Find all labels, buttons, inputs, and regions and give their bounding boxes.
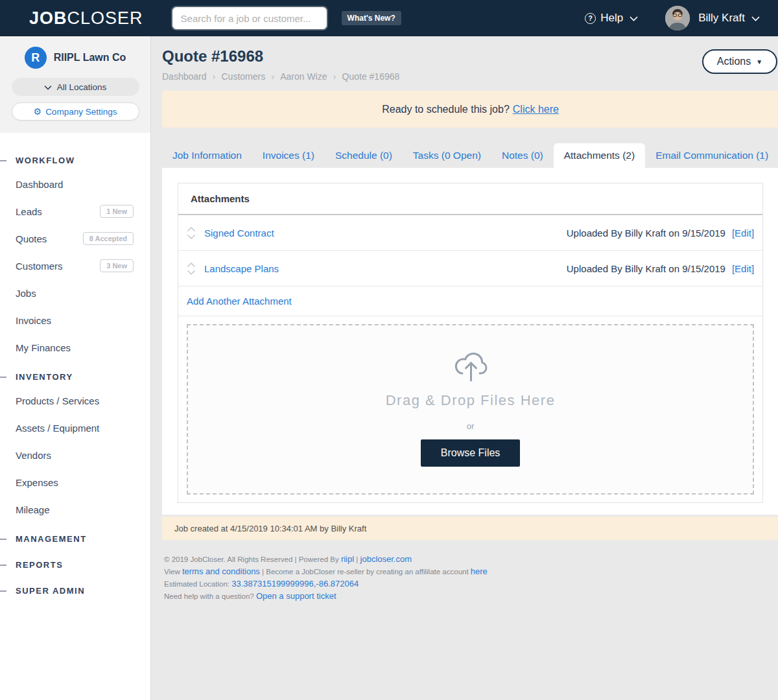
attachment-edit-link[interactable]: [Edit] [732, 228, 754, 239]
footer-link[interactable]: riipl [341, 554, 354, 564]
sidebar-item-badge: 8 Accepted [83, 232, 134, 245]
sidebar-item-vendors[interactable]: Vendors [0, 441, 150, 469]
attachment-name-link[interactable]: Landscape Plans [204, 263, 279, 274]
dash-icon [0, 565, 6, 566]
app-logo: JOBCLOSER [29, 8, 143, 29]
sidebar-item-invoices[interactable]: Invoices [0, 307, 150, 334]
page-footer: © 2019 JobCloser. All Rights Reserved | … [162, 554, 778, 601]
browse-files-button[interactable]: Browse Files [421, 439, 521, 467]
reorder-handle[interactable] [187, 226, 196, 240]
tab-schedule-0[interactable]: Schedule (0) [325, 143, 403, 168]
tab-bar: Job Information Invoices (1) Schedule (0… [162, 143, 778, 168]
footer-text: Need help with a question? [164, 592, 256, 600]
attachment-upload-meta: Uploaded By Billy Kraft on 9/15/2019 [567, 228, 725, 239]
sidebar-item-label: Mileage [16, 504, 50, 515]
dropzone-title: Drag & Drop Files Here [386, 392, 556, 409]
sidebar-item-label: Expenses [16, 477, 58, 488]
sidebar-item-quotes[interactable]: Quotes 8 Accepted [0, 225, 150, 252]
add-another-attachment-link[interactable]: Add Another Attachment [187, 296, 292, 307]
chevron-up-icon [187, 226, 196, 232]
page-header: Quote #16968 Dashboard › Customers › Aar… [162, 36, 778, 82]
footer-text: © 2019 JobCloser. All Rights Reserved | … [164, 555, 341, 563]
sidebar-item-jobs[interactable]: Jobs [0, 279, 150, 307]
breadcrumb-item[interactable]: Aaron Wize [280, 71, 327, 82]
attachment-name-link[interactable]: Signed Contract [204, 228, 274, 239]
breadcrumb: Dashboard › Customers › Aaron Wize › Quo… [162, 71, 778, 82]
sidebar-item-customers[interactable]: Customers 3 New [0, 252, 150, 279]
tab-notes-0[interactable]: Notes (0) [491, 143, 554, 168]
breadcrumb-item[interactable]: Dashboard [162, 71, 207, 82]
attachment-upload-meta: Uploaded By Billy Kraft on 9/15/2019 [567, 263, 725, 274]
tab-attachments-2[interactable]: Attachments (2) [554, 143, 645, 168]
add-attachment-row: Add Another Attachment [178, 286, 762, 316]
footer-link[interactable]: jobcloser.com [360, 554, 412, 564]
sidebar-item-assets-equipment[interactable]: Assets / Equipment [0, 414, 150, 441]
navbar-right: ? Help Billy Kraft [585, 0, 760, 36]
avatar[interactable] [665, 6, 690, 30]
sidebar-menu: WORKFLOW Dashboard Leads 1 New Quotes 8 … [0, 150, 150, 601]
footer-text: | Become a JobCloser re-seller by creati… [260, 568, 471, 576]
sidebar-item-label: Vendors [16, 450, 51, 461]
dash-icon [0, 590, 6, 592]
reorder-handle[interactable] [187, 262, 196, 275]
sidebar-item-label: Assets / Equipment [16, 423, 99, 434]
sidebar-item-mileage[interactable]: Mileage [0, 496, 150, 523]
logo-light: CLOSER [67, 8, 143, 28]
file-dropzone[interactable]: Drag & Drop Files Here or Browse Files [187, 324, 754, 495]
sidebar-section-label: INVENTORY [16, 372, 73, 382]
footer-link[interactable]: here [471, 566, 488, 576]
sidebar-section-management[interactable]: MANAGEMENT [0, 528, 150, 549]
all-locations-dropdown[interactable]: All Locations [12, 78, 139, 96]
job-created-status-bar: Job created at 4/15/2019 10:34:01 AM by … [162, 517, 778, 540]
tab-email-communication-1[interactable]: Email Communication (1) [645, 143, 778, 168]
sidebar-item-badge: 1 New [100, 205, 134, 218]
attachment-edit-link[interactable]: [Edit] [732, 263, 754, 274]
dash-icon [0, 539, 6, 540]
footer-text: | [354, 555, 360, 563]
sidebar-section-inventory[interactable]: INVENTORY [0, 366, 150, 387]
chevron-down-icon [187, 234, 196, 240]
footer-link[interactable]: terms and conditions [182, 566, 260, 576]
breadcrumb-item[interactable]: Quote #16968 [342, 71, 400, 82]
sidebar-item-label: Jobs [16, 288, 36, 299]
chevron-down-icon [630, 12, 638, 24]
sidebar-section-workflow[interactable]: WORKFLOW [0, 150, 150, 170]
dash-icon [0, 160, 6, 161]
tab-job-information[interactable]: Job Information [162, 143, 252, 168]
global-search-input[interactable] [172, 7, 327, 29]
alert-click-here-link[interactable]: Click here [513, 104, 559, 115]
help-menu[interactable]: ? Help [585, 12, 638, 25]
chevron-down-icon[interactable] [751, 12, 760, 24]
tab-tasks-0-open[interactable]: Tasks (0 Open) [403, 143, 491, 168]
chevron-up-icon [187, 262, 196, 268]
footer-link[interactable]: 33.387315199999996,-86.872064 [231, 579, 359, 589]
schedule-alert-banner: Ready to schedule this job? Click here [162, 91, 778, 128]
tab-panel: Attachments Signed Contract Uploaded By … [162, 168, 778, 515]
sidebar-item-dashboard[interactable]: Dashboard [0, 170, 150, 198]
gear-icon: ⚙ [34, 106, 42, 117]
footer-link[interactable]: Open a support ticket [256, 591, 336, 601]
sidebar-item-leads[interactable]: Leads 1 New [0, 198, 150, 225]
sidebar-item-products-services[interactable]: Products / Services [0, 387, 150, 414]
company-name: RIIPL Lawn Co [54, 52, 126, 64]
sidebar-item-my-finances[interactable]: My Finances [0, 334, 150, 361]
attachment-row: Signed Contract Uploaded By Billy Kraft … [178, 215, 762, 251]
company-settings-button[interactable]: ⚙ Company Settings [12, 102, 139, 121]
sidebar: R RIIPL Lawn Co All Locations ⚙ Company … [0, 36, 151, 700]
footer-text: Estimated Location: [164, 580, 231, 588]
alert-text: Ready to schedule this job? [382, 104, 510, 115]
sidebar-item-label: Quotes [16, 233, 47, 244]
sidebar-section-super-admin[interactable]: SUPER ADMIN [0, 580, 150, 601]
attachments-card-title: Attachments [178, 183, 762, 215]
sidebar-section-reports[interactable]: REPORTS [0, 554, 150, 575]
actions-button[interactable]: Actions ▼ [702, 49, 777, 74]
user-name[interactable]: Billy Kraft [698, 12, 745, 25]
whats-new-button[interactable]: What's New? [342, 11, 401, 25]
logo-bold: JOB [29, 8, 67, 28]
sidebar-item-expenses[interactable]: Expenses [0, 469, 150, 496]
footer-text: View [164, 568, 182, 576]
sidebar-item-label: Dashboard [16, 179, 63, 190]
tab-invoices-1[interactable]: Invoices (1) [252, 143, 325, 168]
breadcrumb-item[interactable]: Customers [222, 71, 266, 82]
attachment-row: Landscape Plans Uploaded By Billy Kraft … [178, 251, 762, 286]
